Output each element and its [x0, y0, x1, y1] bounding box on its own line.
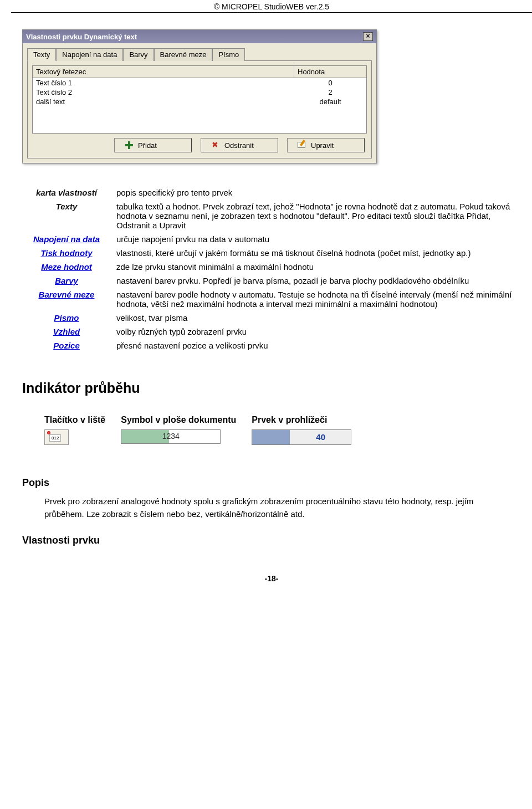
- add-button-label: Přidat: [138, 141, 157, 150]
- list-item-value: 2: [294, 88, 366, 97]
- prop-desc: určuje napojení prvku na data v automatu: [111, 232, 521, 246]
- page-number: -18-: [22, 574, 521, 583]
- dialog-title: Vlastnosti prvku Dynamický text: [26, 33, 137, 41]
- edit-button-label: Upravit: [311, 141, 334, 150]
- list-item-value: 0: [294, 78, 366, 88]
- popis-heading: Popis: [22, 477, 521, 489]
- prop-label-link[interactable]: Barevné meze: [22, 288, 111, 311]
- tab-strip: Texty Napojení na data Barvy Barevné mez…: [23, 43, 376, 60]
- list-item-text: další text: [33, 97, 294, 106]
- list-item[interactable]: další text default: [33, 97, 366, 106]
- properties-dialog: Vlastnosti prvku Dynamický text × Texty …: [22, 29, 377, 163]
- list-header: Textový řetezec Hodnota: [32, 65, 367, 78]
- tab-pismo[interactable]: Písmo: [212, 48, 245, 61]
- close-icon[interactable]: ×: [363, 32, 373, 41]
- prop-desc: nastavení barev prvku. Popředí je barva …: [111, 274, 521, 288]
- tab-texty[interactable]: Texty: [27, 48, 56, 61]
- progress-viewer-value: 40: [316, 432, 325, 442]
- edit-icon: [298, 141, 306, 150]
- prop-label-link[interactable]: Tisk hodnoty: [22, 246, 111, 260]
- table-row: Barevné meze nastavení barev podle hodno…: [22, 288, 521, 311]
- list-item-text: Text číslo 2: [33, 88, 294, 97]
- prop-label-link[interactable]: Pozice: [22, 339, 111, 352]
- props-header-left: karta vlastností: [22, 186, 111, 199]
- prop-desc: tabulka textů a hodnot. Prvek zobrazí te…: [111, 199, 521, 232]
- props-header-right: popis specifický pro tento prvek: [111, 186, 521, 199]
- table-row: Vzhled volby různých typů zobrazení prvk…: [22, 325, 521, 339]
- table-row: Pozice přesné nastavení pozice a velikos…: [22, 339, 521, 352]
- trio-cell-viewer: 40: [252, 427, 367, 449]
- table-row: Meze hodnot zde lze prvku stanovit minim…: [22, 260, 521, 274]
- prop-label-link[interactable]: Napojení na data: [22, 232, 111, 246]
- prop-desc: volby různých typů zobrazení prvku: [111, 325, 521, 339]
- section-title: Indikátor průběhu: [22, 380, 521, 396]
- tab-meze[interactable]: Barevné meze: [154, 48, 213, 61]
- table-row: Písmo velikost, tvar písma: [22, 311, 521, 325]
- table-row: Texty tabulka textů a hodnot. Prvek zobr…: [22, 199, 521, 232]
- popis-text: Prvek pro zobrazení analogové hodnoty sp…: [44, 495, 499, 520]
- table-row: Barvy nastavení barev prvku. Popředí je …: [22, 274, 521, 288]
- list-item[interactable]: Text číslo 2 2: [33, 88, 366, 97]
- delete-icon: [211, 141, 220, 150]
- tab-pane: Textový řetezec Hodnota Text číslo 1 0 T…: [27, 60, 372, 158]
- col-text: Textový řetezec: [33, 66, 294, 78]
- trio-head-2: Symbol v ploše dokumentu: [121, 413, 252, 427]
- prop-desc: nastavení barev podle hodnoty v automatu…: [111, 288, 521, 311]
- progress-symbol: 1234: [121, 429, 221, 444]
- plus-icon: [125, 141, 134, 150]
- dialog-titlebar: Vlastnosti prvku Dynamický text ×: [23, 30, 376, 43]
- table-row: Tisk hodnoty vlastnosti, které určují v …: [22, 246, 521, 260]
- tab-napojeni[interactable]: Napojení na data: [56, 48, 123, 61]
- remove-button[interactable]: Odstranit: [201, 138, 278, 152]
- progress-viewer: 40: [252, 429, 351, 445]
- prop-label: Texty: [22, 199, 111, 232]
- trio-cell-toolbutton: [44, 427, 121, 449]
- list-body[interactable]: Text číslo 1 0 Text číslo 2 2 další text…: [32, 78, 367, 134]
- prop-desc: vlastnosti, které určují v jakém formátu…: [111, 246, 521, 260]
- properties-table: karta vlastností popis specifický pro te…: [22, 186, 521, 352]
- copyright-line: © MICROPEL StudioWEB ver.2.5: [11, 0, 532, 13]
- prop-label-link[interactable]: Barvy: [22, 274, 111, 288]
- tab-barvy[interactable]: Barvy: [123, 48, 154, 61]
- list-item-value: default: [294, 97, 366, 106]
- list-item[interactable]: Text číslo 1 0: [33, 78, 366, 88]
- button-row: Přidat Odstranit Upravit: [32, 134, 367, 153]
- toolbar-button-icon: [44, 429, 69, 445]
- trio-head-1: Tlačítko v liště: [44, 413, 121, 427]
- table-row: Napojení na data určuje napojení prvku n…: [22, 232, 521, 246]
- prop-desc: zde lze prvku stanovit minimální a maxim…: [111, 260, 521, 274]
- prop-label-link[interactable]: Písmo: [22, 311, 111, 325]
- prop-desc: velikost, tvar písma: [111, 311, 521, 325]
- edit-button[interactable]: Upravit: [287, 138, 365, 152]
- vlastnosti-heading: Vlastnosti prvku: [22, 535, 521, 546]
- col-value: Hodnota: [294, 66, 366, 78]
- trio-cell-symbol: 1234: [121, 427, 252, 449]
- prop-label-link[interactable]: Vzhled: [22, 325, 111, 339]
- add-button[interactable]: Přidat: [114, 138, 192, 152]
- progress-fill: [252, 430, 290, 444]
- trio-head-3: Prvek v prohlížeči: [252, 413, 367, 427]
- trio-table: Tlačítko v liště Symbol v ploše dokument…: [44, 413, 367, 449]
- prop-label-link[interactable]: Meze hodnot: [22, 260, 111, 274]
- table-row: karta vlastností popis specifický pro te…: [22, 186, 521, 199]
- list-item-text: Text číslo 1: [33, 78, 294, 88]
- remove-button-label: Odstranit: [224, 141, 254, 150]
- progress-symbol-value: 1234: [121, 432, 220, 441]
- prop-desc: přesné nastavení pozice a velikosti prvk…: [111, 339, 521, 352]
